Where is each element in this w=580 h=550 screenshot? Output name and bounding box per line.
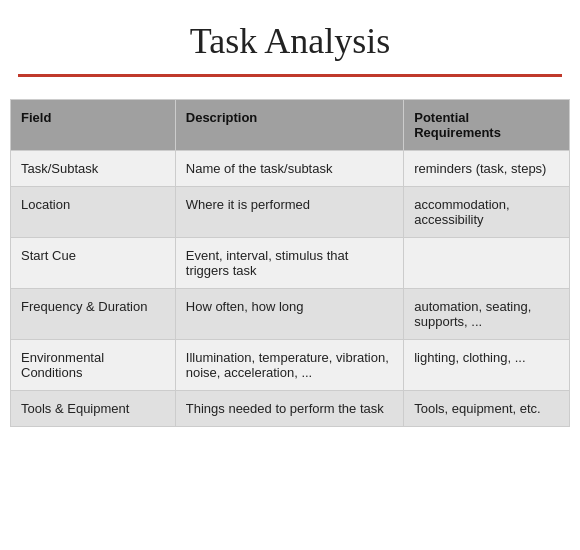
cell-description: How often, how long — [175, 289, 403, 340]
cell-field: Task/Subtask — [11, 151, 176, 187]
cell-requirements: reminders (task, steps) — [404, 151, 570, 187]
col-header-field: Field — [11, 100, 176, 151]
cell-description: Things needed to perform the task — [175, 391, 403, 427]
cell-requirements: lighting, clothing, ... — [404, 340, 570, 391]
cell-requirements: Tools, equipment, etc. — [404, 391, 570, 427]
table-row: Start CueEvent, interval, stimulus that … — [11, 238, 570, 289]
cell-description: Event, interval, stimulus that triggers … — [175, 238, 403, 289]
col-header-description: Description — [175, 100, 403, 151]
table-row: Tools & EquipmentThings needed to perfor… — [11, 391, 570, 427]
cell-field: Location — [11, 187, 176, 238]
page-title: Task Analysis — [10, 20, 570, 62]
task-analysis-table: Field Description Potential Requirements… — [10, 99, 570, 427]
cell-requirements — [404, 238, 570, 289]
cell-requirements: automation, seating, supports, ... — [404, 289, 570, 340]
col-header-requirements: Potential Requirements — [404, 100, 570, 151]
cell-field: Start Cue — [11, 238, 176, 289]
table-row: Environmental ConditionsIllumination, te… — [11, 340, 570, 391]
table-row: Frequency & DurationHow often, how longa… — [11, 289, 570, 340]
cell-description: Illumination, temperature, vibration, no… — [175, 340, 403, 391]
cell-description: Where it is performed — [175, 187, 403, 238]
header-section: Task Analysis — [0, 0, 580, 87]
title-underline — [18, 74, 562, 77]
cell-description: Name of the task/subtask — [175, 151, 403, 187]
cell-field: Environmental Conditions — [11, 340, 176, 391]
cell-requirements: accommodation, accessibility — [404, 187, 570, 238]
table-row: LocationWhere it is performedaccommodati… — [11, 187, 570, 238]
cell-field: Frequency & Duration — [11, 289, 176, 340]
table-container: Field Description Potential Requirements… — [0, 87, 580, 437]
table-header-row: Field Description Potential Requirements — [11, 100, 570, 151]
table-row: Task/SubtaskName of the task/subtaskremi… — [11, 151, 570, 187]
cell-field: Tools & Equipment — [11, 391, 176, 427]
